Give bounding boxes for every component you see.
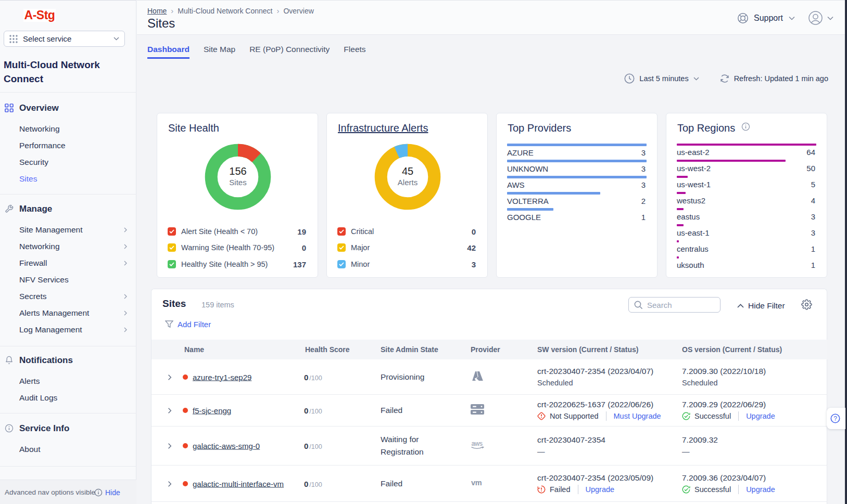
svg-text:vm: vm (471, 479, 482, 486)
svg-text:?: ? (833, 415, 837, 422)
svg-text:aws: aws (472, 440, 483, 447)
